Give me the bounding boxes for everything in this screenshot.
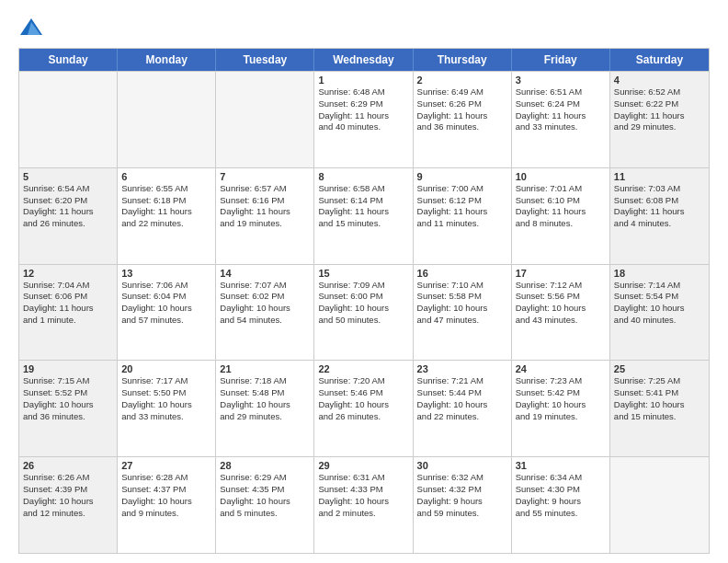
cell-line-2: Sunset: 6:10 PM	[516, 195, 606, 207]
day-number: 6	[121, 171, 211, 182]
cell-line-1: Sunrise: 7:10 AM	[417, 280, 507, 292]
day-number: 27	[121, 460, 211, 471]
cell-day-15: 15Sunrise: 7:09 AMSunset: 6:00 PMDayligh…	[314, 265, 413, 361]
day-number: 15	[318, 268, 408, 279]
cell-line-1: Sunrise: 6:29 AM	[220, 472, 310, 484]
cell-line-2: Sunset: 5:42 PM	[516, 387, 606, 399]
cell-day-12: 12Sunrise: 7:04 AMSunset: 6:06 PMDayligh…	[19, 265, 118, 361]
cell-line-1: Sunrise: 7:01 AM	[516, 183, 606, 195]
cell-line-4: and 43 minutes.	[516, 315, 606, 327]
day-number: 18	[614, 268, 705, 279]
cell-line-4: and 55 minutes.	[516, 508, 606, 520]
cell-day-27: 27Sunrise: 6:28 AMSunset: 4:37 PMDayligh…	[118, 457, 216, 553]
day-number: 25	[614, 363, 705, 374]
cell-line-1: Sunrise: 6:55 AM	[121, 183, 211, 195]
cell-line-3: Daylight: 10 hours	[220, 399, 310, 411]
cell-line-1: Sunrise: 6:31 AM	[318, 472, 408, 484]
cell-day-30: 30Sunrise: 6:32 AMSunset: 4:32 PMDayligh…	[414, 457, 512, 553]
header-day-sunday: Sunday	[19, 49, 118, 71]
day-number: 28	[220, 460, 310, 471]
cell-day-23: 23Sunrise: 7:21 AMSunset: 5:44 PMDayligh…	[414, 361, 512, 456]
cell-line-1: Sunrise: 7:03 AM	[614, 183, 705, 195]
cell-line-3: Daylight: 11 hours	[417, 110, 507, 122]
cell-line-3: Daylight: 10 hours	[516, 399, 606, 411]
day-number: 24	[516, 363, 606, 374]
cell-line-4: and 8 minutes.	[516, 218, 606, 230]
header-day-wednesday: Wednesday	[314, 49, 413, 71]
cell-line-4: and 29 minutes.	[614, 121, 705, 133]
cell-line-1: Sunrise: 6:32 AM	[417, 472, 507, 484]
cell-line-2: Sunset: 4:37 PM	[121, 484, 211, 496]
day-number: 30	[417, 460, 507, 471]
cell-line-4: and 33 minutes.	[121, 411, 211, 423]
cell-line-3: Daylight: 11 hours	[614, 110, 705, 122]
cell-line-1: Sunrise: 6:58 AM	[318, 183, 408, 195]
calendar-header: SundayMondayTuesdayWednesdayThursdayFrid…	[19, 49, 709, 71]
cell-line-2: Sunset: 5:44 PM	[417, 387, 507, 399]
cell-day-4: 4Sunrise: 6:52 AMSunset: 6:22 PMDaylight…	[610, 72, 709, 167]
calendar-body: 1Sunrise: 6:48 AMSunset: 6:29 PMDaylight…	[19, 71, 709, 553]
day-number: 1	[318, 75, 408, 86]
cell-line-1: Sunrise: 7:04 AM	[23, 280, 113, 292]
day-number: 14	[220, 268, 310, 279]
day-number: 5	[23, 171, 113, 182]
cell-line-4: and 50 minutes.	[318, 315, 408, 327]
cell-line-2: Sunset: 5:54 PM	[614, 291, 705, 303]
cell-line-3: Daylight: 11 hours	[318, 206, 408, 218]
day-number: 7	[220, 171, 310, 182]
cell-line-2: Sunset: 5:58 PM	[417, 291, 507, 303]
cell-line-2: Sunset: 6:14 PM	[318, 195, 408, 207]
cell-line-1: Sunrise: 7:23 AM	[516, 375, 606, 387]
cell-line-3: Daylight: 10 hours	[614, 399, 705, 411]
cell-line-2: Sunset: 4:33 PM	[318, 484, 408, 496]
page: SundayMondayTuesdayWednesdayThursdayFrid…	[0, 0, 728, 563]
day-number: 22	[318, 363, 408, 374]
cell-day-16: 16Sunrise: 7:10 AMSunset: 5:58 PMDayligh…	[414, 265, 512, 361]
calendar-row-0: 1Sunrise: 6:48 AMSunset: 6:29 PMDaylight…	[19, 71, 709, 167]
cell-line-3: Daylight: 10 hours	[121, 496, 211, 508]
cell-line-1: Sunrise: 7:06 AM	[121, 280, 211, 292]
calendar-row-3: 19Sunrise: 7:15 AMSunset: 5:52 PMDayligh…	[19, 360, 709, 456]
cell-line-2: Sunset: 6:06 PM	[23, 291, 113, 303]
cell-line-2: Sunset: 6:20 PM	[23, 195, 113, 207]
cell-line-1: Sunrise: 7:15 AM	[23, 375, 113, 387]
cell-day-5: 5Sunrise: 6:54 AMSunset: 6:20 PMDaylight…	[19, 168, 118, 264]
calendar-row-2: 12Sunrise: 7:04 AMSunset: 6:06 PMDayligh…	[19, 264, 709, 361]
cell-line-4: and 47 minutes.	[417, 315, 507, 327]
day-number: 4	[614, 75, 705, 86]
day-number: 19	[23, 363, 113, 374]
cell-line-3: Daylight: 11 hours	[516, 206, 606, 218]
cell-line-1: Sunrise: 6:34 AM	[516, 472, 606, 484]
cell-line-2: Sunset: 6:18 PM	[121, 195, 211, 207]
cell-line-4: and 40 minutes.	[318, 121, 408, 133]
cell-empty	[610, 457, 709, 553]
cell-day-14: 14Sunrise: 7:07 AMSunset: 6:02 PMDayligh…	[216, 265, 314, 361]
cell-day-1: 1Sunrise: 6:48 AMSunset: 6:29 PMDaylight…	[314, 72, 413, 167]
cell-day-7: 7Sunrise: 6:57 AMSunset: 6:16 PMDaylight…	[216, 168, 314, 264]
cell-line-3: Daylight: 11 hours	[23, 303, 113, 315]
day-number: 10	[516, 171, 606, 182]
cell-line-1: Sunrise: 7:21 AM	[417, 375, 507, 387]
cell-line-3: Daylight: 10 hours	[318, 303, 408, 315]
day-number: 11	[614, 171, 705, 182]
cell-line-3: Daylight: 11 hours	[318, 110, 408, 122]
cell-line-4: and 1 minute.	[23, 315, 113, 327]
cell-line-2: Sunset: 6:22 PM	[614, 98, 705, 110]
calendar-row-1: 5Sunrise: 6:54 AMSunset: 6:20 PMDaylight…	[19, 167, 709, 264]
cell-line-3: Daylight: 10 hours	[23, 496, 113, 508]
header-day-thursday: Thursday	[414, 49, 512, 71]
cell-line-1: Sunrise: 7:12 AM	[516, 280, 606, 292]
cell-line-1: Sunrise: 7:17 AM	[121, 375, 211, 387]
cell-line-4: and 2 minutes.	[318, 508, 408, 520]
header-day-monday: Monday	[118, 49, 216, 71]
cell-line-2: Sunset: 6:04 PM	[121, 291, 211, 303]
header-day-saturday: Saturday	[610, 49, 709, 71]
cell-day-10: 10Sunrise: 7:01 AMSunset: 6:10 PMDayligh…	[512, 168, 610, 264]
cell-line-4: and 12 minutes.	[23, 508, 113, 520]
cell-line-2: Sunset: 6:00 PM	[318, 291, 408, 303]
day-number: 23	[417, 363, 507, 374]
cell-line-1: Sunrise: 7:20 AM	[318, 375, 408, 387]
cell-day-3: 3Sunrise: 6:51 AMSunset: 6:24 PMDaylight…	[512, 72, 610, 167]
cell-day-26: 26Sunrise: 6:26 AMSunset: 4:39 PMDayligh…	[19, 457, 118, 553]
cell-line-2: Sunset: 5:52 PM	[23, 387, 113, 399]
